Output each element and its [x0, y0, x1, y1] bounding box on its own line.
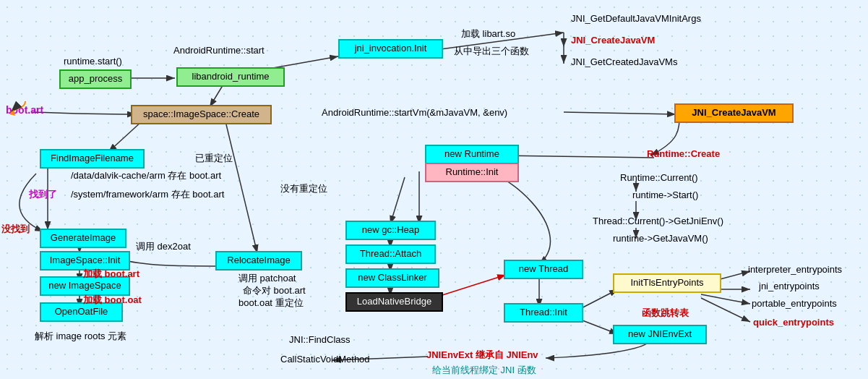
path2-label: /system/framework/arm 存在 boot.art	[71, 188, 224, 201]
new-runtime-node: new Runtime	[425, 145, 519, 164]
runtime-current-label: Runtime::Current()	[620, 172, 698, 183]
diagram-container: app_process libandroid_runtime jni_invoc…	[0, 0, 868, 379]
runtime-start-fn-label: runtime->Start()	[632, 190, 698, 200]
boot-oat-redirect-label: boot.oat 重定位	[239, 297, 304, 310]
runtime-create-label: Runtime::Create	[647, 148, 720, 159]
generate-image-node: GenerateImage	[40, 229, 126, 248]
svg-line-19	[390, 177, 405, 224]
mingling-label: 命令对 boot.art	[243, 284, 306, 297]
androidruntime-start-label: AndroidRuntime::start	[173, 45, 265, 56]
jni-ep-label: jni_entrypoints	[759, 281, 820, 291]
diaoyong-dex2oat-label: 调用 dex2oat	[136, 240, 191, 253]
new-classlinker-node: new ClassLinker	[345, 268, 439, 288]
meizhaodao-label: 没找到	[1, 223, 30, 236]
runtime-getjavavm-label: runtime->GetJavaVM()	[613, 233, 708, 244]
boot-art-arrow	[4, 94, 40, 116]
thread-init-node: Thread::Init	[504, 303, 583, 323]
find-image-filename-node: FindImageFilename	[40, 149, 145, 169]
gei-xiancheng-jni-label: 给当前线程绑定 JNI 函数	[432, 364, 536, 377]
load-libart-label: 加载 libart.so	[461, 27, 515, 41]
svg-line-5	[210, 83, 224, 107]
path1-label: /data/dalvik-cache/arm 存在 boot.art	[71, 169, 221, 182]
thread-current-label: Thread::Current()->GetJniEnv()	[593, 216, 723, 226]
jni-get-default-label: JNI_GetDefaultJavaVMInitArgs	[571, 13, 701, 24]
jiexi-image-label: 解析 image roots 元素	[35, 330, 126, 343]
jni-create-javavm-highlight-node: JNI_CreateJavaVM	[674, 103, 794, 123]
runtime-start-label: runtime.start()	[64, 56, 122, 67]
diaoyong-patchoat-label: 调用 patchoat	[239, 272, 296, 285]
jia-zai-boot-art-label: 加载 boot.art	[83, 268, 139, 281]
jni-env-ext-label: JNIEnvExt 继承自 JNIEnv	[426, 349, 538, 362]
image-space-create-node: space::ImageSpace::Create	[131, 105, 272, 124]
jni-findclass-label: JNI::FindClass	[289, 334, 351, 345]
new-thread-node: new Thread	[504, 260, 583, 279]
relocate-image-node: RelocateImage	[215, 251, 302, 271]
jni-invocation-init-node: jni_invocation.Init	[338, 39, 443, 59]
new-gc-heap-node: new gc::Heap	[345, 221, 436, 240]
portable-ep-label: portable_entrypoints	[752, 298, 837, 309]
jni-get-created-label: JNI_GetCreatedJavaVMs	[571, 56, 677, 67]
zhaodao-label: 找到了	[29, 188, 57, 201]
init-tls-entry-points-node: InitTlsEntryPoints	[613, 273, 721, 293]
jia-zai-boot-oat-label: 加载 boot.oat	[83, 294, 142, 307]
svg-line-10	[108, 122, 142, 152]
svg-line-29	[701, 294, 750, 304]
libandroid-runtime-node: libandroid_runtime	[176, 67, 285, 87]
svg-line-15	[225, 122, 257, 253]
new-jni-env-ext-node: new JNIEnvExt	[613, 325, 707, 344]
thread-attach-node: Thread::Attach	[345, 244, 436, 264]
yizhongdingwei-label: 已重定位	[195, 152, 233, 165]
androidruntime-startvm-label: AndroidRuntime::startVm(&mJavaVM, &env)	[322, 107, 507, 118]
export-three-funcs-label: 从中导出三个函数	[454, 45, 529, 58]
call-static-void-label: CallStaticVoidMethod	[280, 354, 370, 365]
svg-line-30	[701, 298, 750, 322]
hanshu-tiaozhuan-label: 函数跳转表	[642, 307, 689, 320]
svg-line-18	[499, 156, 654, 158]
svg-line-9	[564, 112, 676, 114]
meiyouzhongdingwei-label: 没有重定位	[280, 182, 327, 195]
load-native-bridge-node: LoadNativeBridge	[345, 292, 443, 312]
quick-ep-label: quick_entrypoints	[753, 317, 834, 328]
jni-create-javavm-red-label: JNI_CreateJavaVM	[571, 35, 655, 46]
runtime-init-node: Runtime::Init	[425, 163, 519, 182]
interpreter-ep-label: interpreter_entrypoints	[748, 264, 842, 275]
app-process-node: app_process	[59, 69, 132, 89]
